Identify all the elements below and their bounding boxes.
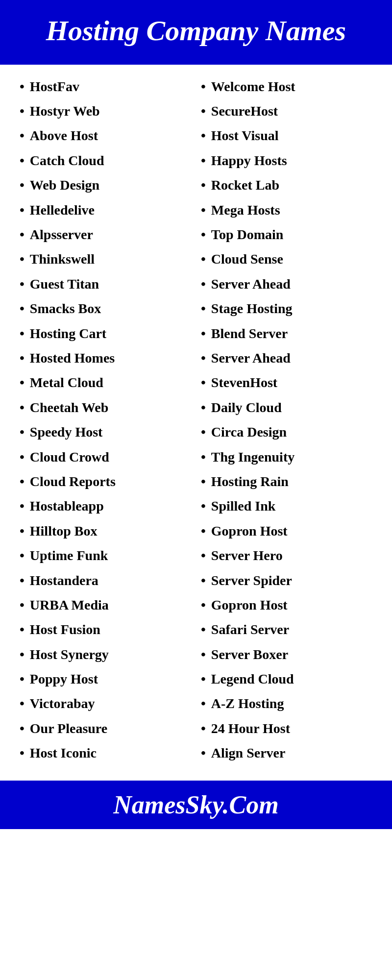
right-list: Welcome HostSecureHostHost VisualHappy H…	[201, 74, 372, 766]
list-item: Server Boxer	[201, 642, 372, 667]
list-item: Server Ahead	[201, 346, 372, 370]
list-item: Hostableapp	[20, 494, 191, 518]
list-item: Rocket Lab	[201, 173, 372, 197]
list-item: Server Ahead	[201, 272, 372, 296]
list-item: Hostandera	[20, 568, 191, 593]
list-item: Mega Hosts	[201, 198, 372, 222]
list-item: URBA Media	[20, 593, 191, 617]
header: Hosting Company Names	[0, 0, 392, 65]
list-item: Victorabay	[20, 691, 191, 716]
list-item: Guest Titan	[20, 272, 191, 296]
list-item: Alpsserver	[20, 222, 191, 247]
footer-text: NamesSky.Com	[10, 790, 382, 819]
list-item: Server Spider	[201, 568, 372, 593]
list-item: HostFav	[20, 74, 191, 99]
list-item: Thg Ingenuity	[201, 445, 372, 469]
columns-container: HostFavHostyr WebAbove HostCatch CloudWe…	[15, 74, 377, 766]
list-item: Hosting Cart	[20, 321, 191, 346]
page-wrapper: Hosting Company Names HostFavHostyr WebA…	[0, 0, 392, 829]
list-item: Stage Hosting	[201, 296, 372, 321]
list-item: Metal Cloud	[20, 370, 191, 395]
content-area: HostFavHostyr WebAbove HostCatch CloudWe…	[0, 65, 392, 776]
right-column: Welcome HostSecureHostHost VisualHappy H…	[196, 74, 377, 766]
list-item: Gopron Host	[201, 519, 372, 543]
list-item: Smacks Box	[20, 296, 191, 321]
list-item: Hosted Homes	[20, 346, 191, 370]
list-item: 24 Hour Host	[201, 716, 372, 741]
list-item: Server Hero	[201, 543, 372, 568]
list-item: Top Domain	[201, 222, 372, 247]
list-item: Thinkswell	[20, 247, 191, 271]
list-item: Cloud Sense	[201, 247, 372, 271]
list-item: Gopron Host	[201, 593, 372, 617]
list-item: Cheetah Web	[20, 395, 191, 420]
list-item: Happy Hosts	[201, 148, 372, 173]
list-item: Cloud Crowd	[20, 445, 191, 469]
list-item: Helledelive	[20, 198, 191, 222]
list-item: Spilled Ink	[201, 494, 372, 518]
list-item: Host Synergy	[20, 642, 191, 667]
list-item: Web Design	[20, 173, 191, 197]
list-item: Above Host	[20, 123, 191, 148]
list-item: Cloud Reports	[20, 469, 191, 494]
list-item: Host Iconic	[20, 741, 191, 765]
left-column: HostFavHostyr WebAbove HostCatch CloudWe…	[15, 74, 196, 766]
list-item: SecureHost	[201, 99, 372, 123]
list-item: StevenHost	[201, 370, 372, 395]
left-list: HostFavHostyr WebAbove HostCatch CloudWe…	[20, 74, 191, 766]
list-item: Safari Server	[201, 617, 372, 642]
list-item: Blend Server	[201, 321, 372, 346]
list-item: Hosting Rain	[201, 469, 372, 494]
list-item: Host Fusion	[20, 617, 191, 642]
list-item: Speedy Host	[20, 420, 191, 444]
list-item: Hilltop Box	[20, 519, 191, 543]
list-item: Uptime Funk	[20, 543, 191, 568]
list-item: Our Pleasure	[20, 716, 191, 741]
list-item: Poppy Host	[20, 667, 191, 691]
list-item: Align Server	[201, 741, 372, 765]
list-item: Host Visual	[201, 123, 372, 148]
list-item: Circa Design	[201, 420, 372, 444]
list-item: Daily Cloud	[201, 395, 372, 420]
footer: NamesSky.Com	[0, 781, 392, 829]
page-title: Hosting Company Names	[10, 15, 382, 48]
list-item: Legend Cloud	[201, 667, 372, 691]
list-item: A-Z Hosting	[201, 691, 372, 716]
list-item: Hostyr Web	[20, 99, 191, 123]
list-item: Welcome Host	[201, 74, 372, 99]
list-item: Catch Cloud	[20, 148, 191, 173]
